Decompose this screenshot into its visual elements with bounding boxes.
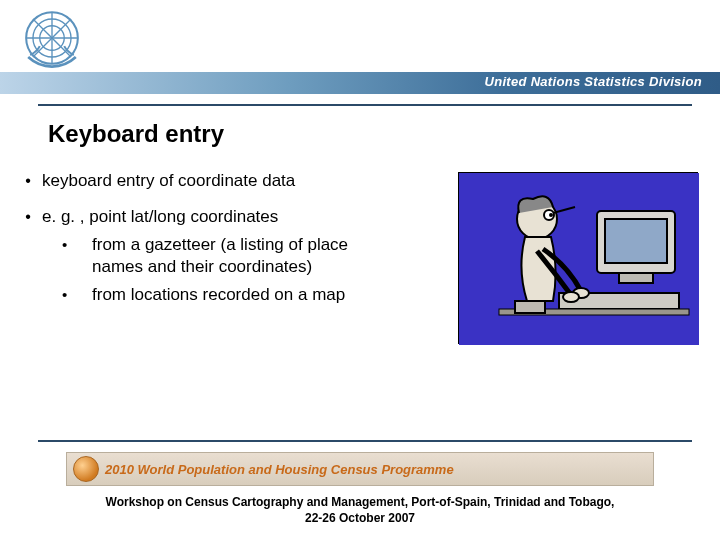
- footer-line-2: 22-26 October 2007: [305, 511, 415, 525]
- footer-divider: [38, 440, 692, 442]
- svg-point-15: [549, 213, 553, 217]
- sub-bullet-marker: •: [56, 234, 92, 256]
- header-divider: [38, 104, 692, 106]
- illustration-person-at-computer: [458, 172, 698, 344]
- sub-bullet-marker: •: [56, 284, 92, 306]
- un-logo: [18, 4, 86, 72]
- slide-header: United Nations Statistics Division: [0, 0, 720, 95]
- bullet-marker: •: [14, 206, 42, 228]
- bullet-text: e. g. , point lat/long coordinates: [42, 206, 278, 228]
- footer-banner: 2010 World Population and Housing Census…: [66, 452, 654, 486]
- header-band: United Nations Statistics Division: [0, 72, 720, 94]
- header-org-text: United Nations Statistics Division: [484, 74, 702, 89]
- footer-line-1: Workshop on Census Cartography and Manag…: [106, 495, 615, 509]
- svg-rect-9: [605, 219, 667, 263]
- sub-bullet-text: from locations recorded on a map: [92, 284, 382, 306]
- bullet-marker: •: [14, 170, 42, 192]
- svg-rect-10: [619, 273, 653, 283]
- footer-caption: Workshop on Census Cartography and Manag…: [0, 494, 720, 526]
- footer-banner-text: 2010 World Population and Housing Census…: [105, 462, 454, 477]
- slide-title: Keyboard entry: [48, 120, 224, 148]
- globe-icon: [73, 456, 99, 482]
- sub-bullet-text: from a gazetteer (a listing of place nam…: [92, 234, 382, 278]
- bullet-text: keyboard entry of coordinate data: [42, 170, 295, 192]
- svg-point-17: [563, 292, 579, 302]
- svg-rect-18: [515, 301, 545, 313]
